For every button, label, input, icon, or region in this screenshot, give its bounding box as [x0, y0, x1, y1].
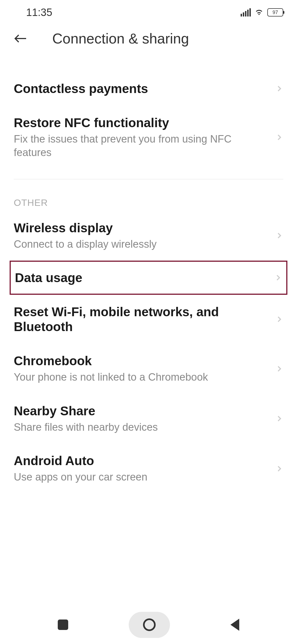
setting-title: Android Auto [14, 453, 267, 468]
chevron-right-icon [275, 365, 283, 373]
setting-restore-nfc[interactable]: Restore NFC functionality Fix the issues… [0, 106, 297, 169]
settings-list: Contactless payments Restore NFC functio… [0, 58, 297, 493]
setting-subtitle: Fix the issues that prevent you from usi… [14, 132, 267, 160]
page-title: Connection & sharing [52, 30, 189, 47]
nav-back-icon[interactable] [230, 619, 239, 631]
section-header-other: OTHER [0, 189, 297, 211]
back-icon[interactable] [14, 32, 28, 45]
setting-title: Contactless payments [14, 81, 267, 96]
setting-title: Restore NFC functionality [14, 115, 267, 130]
setting-title: Chromebook [14, 353, 267, 368]
battery-level: 97 [273, 10, 278, 15]
chevron-right-icon [275, 465, 283, 473]
chevron-right-icon [274, 274, 282, 282]
setting-nearby-share[interactable]: Nearby Share Share files with nearby dev… [0, 394, 297, 444]
chevron-right-icon [275, 414, 283, 423]
setting-subtitle: Connect to a display wirelessly [14, 238, 267, 251]
chevron-right-icon [275, 315, 283, 323]
status-icons: 97 [241, 8, 283, 17]
setting-subtitle: Share files with nearby devices [14, 421, 267, 434]
setting-android-auto[interactable]: Android Auto Use apps on your car screen [0, 444, 297, 493]
setting-subtitle: Your phone is not linked to a Chromebook [14, 370, 267, 384]
setting-data-usage[interactable]: Data usage [10, 261, 287, 295]
setting-title: Data usage [15, 270, 266, 285]
setting-title: Wireless display [14, 220, 267, 235]
navigation-bar [0, 605, 297, 644]
setting-title: Reset Wi-Fi, mobile networks, and Blueto… [14, 304, 267, 334]
divider [14, 179, 283, 179]
wifi-icon [254, 9, 264, 16]
header: Connection & sharing [0, 25, 297, 58]
nav-home-icon [143, 618, 156, 631]
setting-reset-networks[interactable]: Reset Wi-Fi, mobile networks, and Blueto… [0, 295, 297, 344]
setting-title: Nearby Share [14, 403, 267, 418]
setting-chromebook[interactable]: Chromebook Your phone is not linked to a… [0, 344, 297, 394]
setting-wireless-display[interactable]: Wireless display Connect to a display wi… [0, 211, 297, 261]
setting-contactless-payments[interactable]: Contactless payments [0, 72, 297, 106]
nav-recent-icon[interactable] [58, 620, 68, 630]
status-time: 11:35 [26, 7, 52, 18]
signal-icon [241, 8, 251, 17]
chevron-right-icon [275, 231, 283, 240]
nav-home-button[interactable] [129, 612, 170, 638]
setting-subtitle: Use apps on your car screen [14, 470, 267, 484]
battery-icon: 97 [267, 8, 283, 17]
chevron-right-icon [275, 133, 283, 141]
status-bar: 11:35 97 [0, 0, 297, 25]
chevron-right-icon [275, 84, 283, 93]
